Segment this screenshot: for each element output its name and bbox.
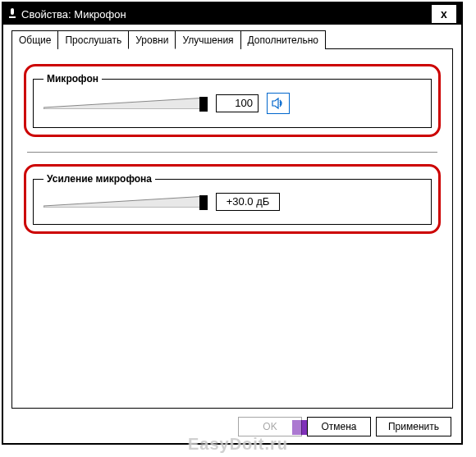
microphone-legend: Микрофон (43, 73, 102, 85)
tab-advanced[interactable]: Дополнительно (240, 30, 326, 49)
window-title: Свойства: Микрофон (21, 8, 432, 21)
slider-wedge-icon (43, 98, 208, 109)
close-button[interactable]: x (432, 5, 456, 23)
apply-button[interactable]: Применить (376, 417, 451, 436)
cancel-button[interactable]: Отмена (307, 417, 371, 436)
properties-window: Свойства: Микрофон x Общие Прослушать Ур… (2, 2, 463, 445)
tab-levels[interactable]: Уровни (128, 30, 176, 49)
slider-thumb[interactable] (199, 97, 208, 112)
slider-thumb[interactable] (199, 195, 208, 210)
separator (27, 152, 437, 153)
tab-general[interactable]: Общие (11, 30, 58, 49)
window-content: Общие Прослушать Уровни Улучшения Дополн… (3, 25, 461, 441)
microphone-highlight: Микрофон 100 (24, 64, 441, 137)
dialog-buttons: OK Отмена Применить (238, 417, 451, 436)
gain-highlight: Усиление микрофона +30.0 дБ (24, 164, 441, 234)
tab-enhancements[interactable]: Улучшения (175, 30, 240, 49)
svg-marker-1 (272, 98, 278, 108)
tabs: Общие Прослушать Уровни Улучшения Дополн… (11, 30, 453, 49)
gain-group: Усиление микрофона +30.0 дБ (33, 173, 432, 225)
svg-marker-0 (43, 98, 208, 109)
microphone-slider-row: 100 (43, 93, 421, 114)
microphone-value[interactable]: 100 (216, 94, 259, 112)
gain-value[interactable]: +30.0 дБ (216, 193, 280, 211)
microphone-group: Микрофон 100 (33, 73, 432, 128)
microphone-slider[interactable] (43, 96, 208, 111)
ok-button[interactable]: OK (238, 417, 302, 436)
mute-button[interactable] (267, 93, 290, 114)
tab-listen[interactable]: Прослушать (57, 30, 129, 49)
slider-wedge-icon (43, 196, 208, 208)
microphone-icon (8, 8, 16, 20)
tab-body: Микрофон 100 (11, 49, 453, 409)
gain-slider[interactable] (43, 194, 208, 209)
titlebar: Свойства: Микрофон x (3, 3, 461, 25)
speaker-icon (272, 97, 285, 110)
svg-marker-2 (43, 196, 208, 208)
gain-slider-row: +30.0 дБ (43, 193, 421, 211)
gain-legend: Усиление микрофона (43, 173, 155, 185)
